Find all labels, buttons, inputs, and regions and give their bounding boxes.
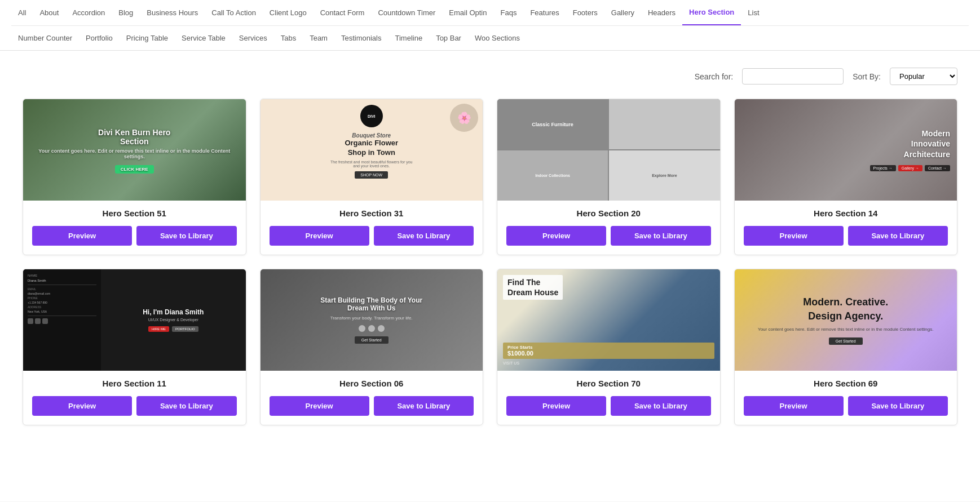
card-actions-51: PreviewSave to Library	[32, 226, 237, 246]
nav-item-faqs[interactable]: Faqs	[493, 1, 523, 25]
sort-label: Sort By:	[853, 72, 881, 81]
nav-item-gallery[interactable]: Gallery	[604, 1, 641, 25]
nav-item-top-bar[interactable]: Top Bar	[429, 26, 468, 50]
sort-select[interactable]: PopularNewestOldest	[890, 68, 957, 85]
card-thumbnail-31: DIVI Bouquet Store Organic FlowerShop in…	[261, 99, 483, 201]
nav-item-services[interactable]: Services	[232, 26, 274, 50]
card-06: Start Building The Body of YourDream Wit…	[260, 269, 484, 425]
nav-item-business-hours[interactable]: Business Hours	[140, 1, 205, 25]
card-thumbnail-51: Divi Ken Burn HeroSection Your content g…	[23, 99, 246, 201]
top-nav: AllAboutAccordionBlogBusiness HoursCall …	[0, 0, 980, 51]
card-11: NAME Diana Smith EMAIL diana@email.com P…	[23, 269, 246, 425]
card-thumbnail-20: Classic Furniture Indoor Collections Exp…	[497, 99, 720, 201]
nav-item-about[interactable]: About	[33, 1, 65, 25]
card-70: Find TheDream House Price Starts $1000.0…	[497, 269, 721, 425]
card-info-31: Hero Section 31PreviewSave to Library	[261, 201, 483, 255]
card-title-51: Hero Section 51	[32, 208, 237, 218]
card-thumbnail-14: ModernInnovativeArchitecture Projects → …	[735, 99, 957, 201]
card-31: DIVI Bouquet Store Organic FlowerShop in…	[260, 99, 484, 255]
card-actions-20: PreviewSave to Library	[506, 226, 711, 246]
card-title-11: Hero Section 11	[32, 379, 237, 388]
save-button-14[interactable]: Save to Library	[848, 226, 948, 246]
save-button-70[interactable]: Save to Library	[611, 396, 710, 416]
card-title-69: Hero Section 69	[744, 379, 948, 388]
card-actions-11: PreviewSave to Library	[32, 396, 237, 416]
preview-button-11[interactable]: Preview	[32, 396, 132, 416]
card-20: Classic Furniture Indoor Collections Exp…	[497, 99, 721, 255]
nav-item-all[interactable]: All	[11, 1, 33, 25]
nav-item-portfolio[interactable]: Portfolio	[79, 26, 120, 50]
card-info-14: Hero Section 14PreviewSave to Library	[735, 201, 957, 255]
nav-item-tabs[interactable]: Tabs	[274, 26, 303, 50]
save-button-31[interactable]: Save to Library	[374, 226, 474, 246]
card-actions-31: PreviewSave to Library	[270, 226, 474, 246]
preview-button-70[interactable]: Preview	[506, 396, 606, 416]
card-actions-69: PreviewSave to Library	[744, 396, 948, 416]
nav-item-email-optin[interactable]: Email Optin	[442, 1, 493, 25]
nav-row-1: AllAboutAccordionBlogBusiness HoursCall …	[11, 0, 969, 26]
preview-button-31[interactable]: Preview	[270, 226, 369, 246]
content-area: Search for: Sort By: PopularNewestOldest…	[0, 51, 980, 501]
preview-button-20[interactable]: Preview	[506, 226, 606, 246]
nav-item-countdown-timer[interactable]: Countdown Timer	[371, 1, 442, 25]
card-title-70: Hero Section 70	[506, 379, 711, 388]
nav-item-list[interactable]: List	[741, 1, 766, 25]
card-info-11: Hero Section 11PreviewSave to Library	[23, 371, 246, 425]
nav-item-accordion[interactable]: Accordion	[65, 1, 112, 25]
nav-item-service-table[interactable]: Service Table	[175, 26, 232, 50]
card-title-31: Hero Section 31	[270, 208, 474, 218]
card-info-20: Hero Section 20PreviewSave to Library	[497, 201, 720, 255]
nav-item-pricing-table[interactable]: Pricing Table	[120, 26, 175, 50]
card-actions-70: PreviewSave to Library	[506, 396, 711, 416]
preview-button-06[interactable]: Preview	[270, 396, 369, 416]
save-button-51[interactable]: Save to Library	[136, 226, 236, 246]
save-button-69[interactable]: Save to Library	[848, 396, 948, 416]
card-actions-14: PreviewSave to Library	[744, 226, 948, 246]
save-button-06[interactable]: Save to Library	[374, 396, 474, 416]
card-51: Divi Ken Burn HeroSection Your content g…	[23, 99, 246, 255]
nav-item-hero-section[interactable]: Hero Section	[682, 0, 741, 25]
card-title-14: Hero Section 14	[744, 208, 948, 218]
preview-button-14[interactable]: Preview	[744, 226, 844, 246]
nav-item-contact-form[interactable]: Contact Form	[314, 1, 372, 25]
card-69: Modern. Creative.Design Agency. Your con…	[734, 269, 958, 425]
nav-item-features[interactable]: Features	[523, 1, 566, 25]
nav-item-call-to-action[interactable]: Call To Action	[205, 1, 263, 25]
nav-item-footers[interactable]: Footers	[566, 1, 604, 25]
nav-item-number-counter[interactable]: Number Counter	[11, 26, 79, 50]
toolbar: Search for: Sort By: PopularNewestOldest	[23, 68, 957, 85]
card-title-20: Hero Section 20	[506, 208, 711, 218]
nav-item-client-logo[interactable]: Client Logo	[263, 1, 314, 25]
card-info-69: Hero Section 69PreviewSave to Library	[735, 371, 957, 425]
card-info-70: Hero Section 70PreviewSave to Library	[497, 371, 720, 425]
nav-item-team[interactable]: Team	[303, 26, 334, 50]
nav-item-headers[interactable]: Headers	[641, 1, 682, 25]
card-info-51: Hero Section 51PreviewSave to Library	[23, 201, 246, 255]
nav-item-blog[interactable]: Blog	[112, 1, 140, 25]
card-thumbnail-69: Modern. Creative.Design Agency. Your con…	[735, 269, 957, 371]
nav-item-woo-sections[interactable]: Woo Sections	[468, 26, 527, 50]
search-input[interactable]	[742, 68, 844, 85]
nav-row-2: Number CounterPortfolioPricing TableServ…	[11, 26, 969, 50]
save-button-20[interactable]: Save to Library	[611, 226, 710, 246]
card-thumbnail-06: Start Building The Body of YourDream Wit…	[261, 269, 483, 371]
nav-item-testimonials[interactable]: Testimonials	[334, 26, 389, 50]
card-thumbnail-11: NAME Diana Smith EMAIL diana@email.com P…	[23, 269, 246, 371]
nav-item-timeline[interactable]: Timeline	[388, 26, 429, 50]
card-title-06: Hero Section 06	[270, 379, 474, 388]
card-actions-06: PreviewSave to Library	[270, 396, 474, 416]
cards-grid: Divi Ken Burn HeroSection Your content g…	[23, 99, 957, 425]
card-14: ModernInnovativeArchitecture Projects → …	[734, 99, 958, 255]
preview-button-69[interactable]: Preview	[744, 396, 844, 416]
card-info-06: Hero Section 06PreviewSave to Library	[261, 371, 483, 425]
card-thumbnail-70: Find TheDream House Price Starts $1000.0…	[497, 269, 720, 371]
save-button-11[interactable]: Save to Library	[136, 396, 236, 416]
search-label: Search for:	[695, 72, 733, 81]
preview-button-51[interactable]: Preview	[32, 226, 132, 246]
